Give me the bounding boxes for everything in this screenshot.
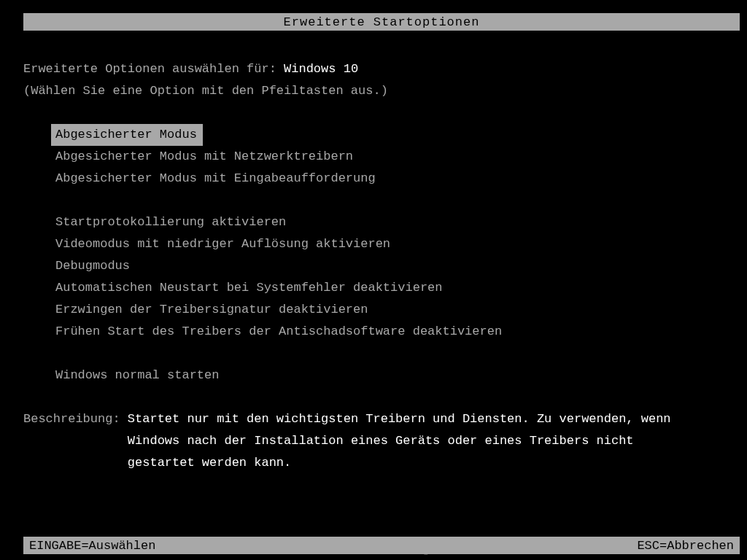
os-name: Windows 10 — [284, 62, 358, 76]
option-spacer — [51, 343, 732, 365]
option-disable-early-antimalware[interactable]: Frühen Start des Treibers der Antischads… — [51, 321, 508, 343]
select-prefix: Erweiterte Optionen auswählen für: — [23, 62, 284, 76]
title-bar: Erweiterte Startoptionen — [23, 13, 740, 31]
footer-bar: EINGABE=Auswählen ESC=Abbrechen — [23, 537, 740, 554]
description-label: Beschreibung: — [23, 408, 128, 474]
option-debug-mode[interactable]: Debugmodus — [51, 255, 136, 277]
content-area: Erweiterte Optionen auswählen für: Windo… — [23, 58, 732, 474]
option-start-normal[interactable]: Windows normal starten — [51, 365, 225, 386]
option-low-res-video[interactable]: Videomodus mit niedriger Auflösung aktiv… — [51, 233, 396, 255]
description-block: Beschreibung: Startet nur mit den wichti… — [23, 408, 732, 474]
footer-esc: ESC=Abbrechen — [637, 539, 734, 553]
options-list: Abgesicherter Modus Abgesicherter Modus … — [51, 124, 732, 386]
title-text: Erweiterte Startoptionen — [284, 15, 480, 29]
option-spacer — [51, 190, 732, 211]
option-disable-driver-sig[interactable]: Erzwingen der Treibersignatur deaktivier… — [51, 299, 374, 321]
footer-enter: EINGABE=Auswählen — [29, 539, 155, 553]
select-for-line: Erweiterte Optionen auswählen für: Windo… — [23, 58, 732, 80]
option-safe-mode-networking[interactable]: Abgesicherter Modus mit Netzwerktreibern — [51, 146, 359, 168]
option-safe-mode[interactable]: Abgesicherter Modus — [51, 124, 203, 146]
boot-menu-screen: Erweiterte Startoptionen Erweiterte Opti… — [0, 0, 747, 560]
option-boot-logging[interactable]: Startprotokollierung aktivieren — [51, 211, 292, 233]
instruction-hint: (Wählen Sie eine Option mit den Pfeiltas… — [23, 80, 732, 102]
description-text: Startet nur mit den wichtigsten Treibern… — [128, 408, 682, 474]
option-disable-auto-restart[interactable]: Automatischen Neustart bei Systemfehler … — [51, 277, 449, 299]
option-safe-mode-cmd[interactable]: Abgesicherter Modus mit Eingabeaufforder… — [51, 168, 382, 190]
